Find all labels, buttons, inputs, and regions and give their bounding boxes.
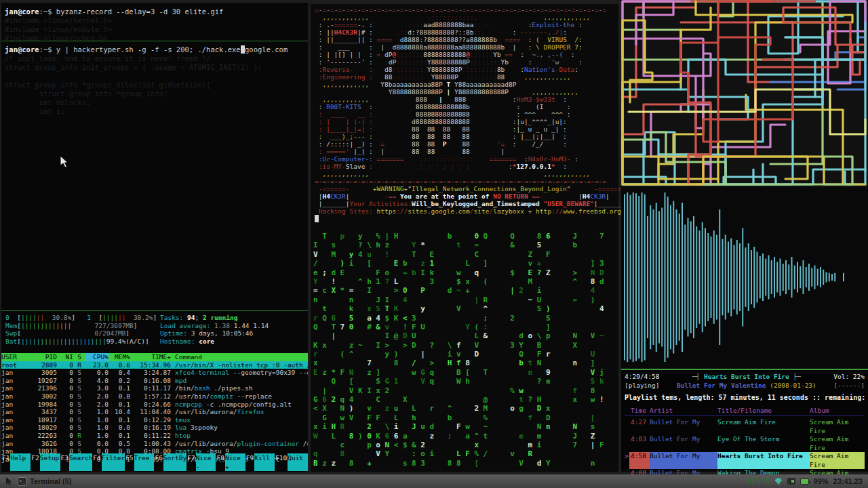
htop-col-ni[interactable]: NI bbox=[57, 353, 73, 361]
htop-info: Tasks: 94; 2 runningLoad average: 1.38 1… bbox=[160, 314, 269, 345]
text-line: : ____ __ : 88888888888888 : ^^^ ^^^ : bbox=[315, 110, 614, 118]
htop-row[interactable]: jan36260S0.00.51:00.43/usr/lib/aurora/pl… bbox=[1, 440, 308, 448]
fkey-F3[interactable]: F3 bbox=[60, 453, 69, 471]
clock: 23:41.23 bbox=[833, 477, 863, 485]
htop-col-cpu[interactable]: CPU% bbox=[85, 353, 108, 361]
htop-col-pid[interactable]: PID bbox=[26, 353, 57, 361]
terminal-pane-hackertyper[interactable]: jan@core:~$ y | hackertyper.sh -g -f -s … bbox=[1, 41, 308, 310]
terminal-pane-record[interactable]: jan@core:~$ byzanz-record --delay=3 -d 3… bbox=[1, 3, 308, 41]
pipes-screensaver-pane[interactable] bbox=[621, 0, 868, 187]
htop-fkey-bar: F1HelpF2SetupF3SearchF4FilterF5TreeF6Sor… bbox=[1, 453, 308, 471]
cmatrix-pane[interactable]: T p y %|H b 0Q Q 86 J 7 I s ?\hz Y* t = … bbox=[311, 229, 618, 470]
htop-pane[interactable]: 0 [|||||| 30.8%] 1 [|||||| 30.2%]Mem[|||… bbox=[1, 310, 308, 472]
terminal-window-middle[interactable]: =-=-=-=-=-=-=-=-=-=-=-=-=-=-=-=-=-=-=-=-… bbox=[311, 4, 618, 472]
htop-row[interactable]: jan192670S4.00.20:16.08mpd bbox=[1, 377, 308, 385]
playlist-row[interactable]: 4:27Bullet For MyScream Aim FireScream A… bbox=[625, 418, 865, 435]
fkey-F1[interactable]: F1 bbox=[1, 453, 10, 471]
htop-row[interactable]: jan30020S2.00.81:57.12/usr/bin/compiz --… bbox=[1, 392, 308, 401]
htop-col-command[interactable]: Command bbox=[171, 353, 308, 361]
text-line: struct group_info init_groups = { .usage… bbox=[5, 63, 304, 72]
fkey-label-F8[interactable]: Nice + bbox=[225, 453, 245, 471]
htop-col-user[interactable]: USER bbox=[1, 353, 26, 361]
text-line: :is-MY-Slave : : : : : : : : : : :*127.0… bbox=[315, 163, 614, 170]
taskbar-terminal-button[interactable]: >_ Terminal (5) bbox=[18, 477, 72, 486]
fkey-label-F10[interactable]: Quit bbox=[288, 453, 308, 471]
fkey-label-F9[interactable]: Kill bbox=[254, 453, 275, 471]
text-line: Hacking Sites: https://sites.google.com/… bbox=[315, 207, 614, 215]
title-decoration-left: ─┤ bbox=[692, 373, 700, 380]
htop-header-row[interactable]: USERPIDNISCPU%MEM%TIME+Command bbox=[1, 353, 308, 361]
fkey-F6[interactable]: F6 bbox=[154, 453, 163, 471]
track-elapsed-time: 4:29/4:58 bbox=[625, 372, 659, 381]
volume-tray-icon[interactable] bbox=[787, 478, 795, 485]
htop-col-s[interactable]: S bbox=[73, 353, 85, 361]
fkey-F10[interactable]: F10 bbox=[275, 453, 288, 471]
art-border: =-=-=-=-=-=-=-=-=-=-=-=-=-=-=-=-=-=-=-=-… bbox=[315, 178, 614, 185]
playlist-row[interactable]: 4:03Bullet For MyEye Of The StormScream … bbox=[625, 435, 865, 452]
matrix-line: G62q4 C X @ t?H x w! bbox=[313, 395, 617, 404]
fkey-label-F6[interactable]: SortBy bbox=[163, 453, 186, 471]
htop-row[interactable]: jan34370S1.010.411:04.40/usr/lib/aurora/… bbox=[1, 408, 308, 416]
htop-row[interactable]: jan189170S1.00.10:12.29tmux bbox=[1, 416, 308, 424]
hacker-ascii-art-pane[interactable]: =-=-=-=-=-=-=-=-=-=-=-=-=-=-=-=-=-=-=-=-… bbox=[311, 4, 618, 229]
pointer-menu-icon[interactable] bbox=[4, 476, 14, 486]
audio-visualizer-pane[interactable] bbox=[621, 187, 868, 370]
fkey-F2[interactable]: F2 bbox=[31, 453, 39, 471]
fkey-label-F1[interactable]: Help bbox=[10, 453, 31, 471]
volume-label: Vol: 22% bbox=[833, 372, 865, 381]
htop-col-mem[interactable]: MEM% bbox=[108, 353, 130, 361]
matrix-line: e;dE Fo =bIk w q $ E?Z > ND bbox=[313, 268, 617, 277]
battery-icon[interactable] bbox=[800, 479, 809, 485]
matrix-line: Q [ SG1 Vq Wh ?e Sk bbox=[313, 377, 617, 386]
text-line: Hostname: core bbox=[160, 338, 269, 346]
fkey-F5[interactable]: F5 bbox=[125, 453, 134, 471]
matrix-line: G wV FF L h b % f D [ bbox=[313, 413, 617, 422]
text-line: struct group_info *group_info; bbox=[5, 89, 304, 98]
terminal-window-right[interactable]: 4:29/4:58 ─┤ Hearts Burst Into Fire ├─ V… bbox=[621, 0, 868, 472]
text-line: struct group_info *groups_alloc(int gids… bbox=[5, 81, 304, 89]
htop-row[interactable]: jan213960S3.00.10:11.17/bin/bash ./pipes… bbox=[1, 384, 308, 392]
text-line: 0 [|||||| 30.8%] 1 [|||||| 30.2%] bbox=[5, 314, 157, 322]
fkey-F4[interactable]: F4 bbox=[92, 453, 101, 471]
matrix-line: | VKIx2 %w f 8 bbox=[313, 386, 617, 395]
fkey-label-F7[interactable]: Nice - bbox=[196, 453, 216, 471]
fkey-F7[interactable]: F7 bbox=[186, 453, 195, 471]
text-line: #include <linux/module.h> bbox=[5, 25, 304, 34]
fkey-F9[interactable]: F9 bbox=[245, 453, 254, 471]
htop-row[interactable]: jan222630R1.00.10:11.22htop bbox=[1, 432, 308, 440]
matrix-line: V M y4u ! T E C Z F bbox=[313, 250, 617, 259]
volume-meter: [------] bbox=[833, 381, 865, 390]
htop-row[interactable]: jan30050S0.00.43:24.87xfce4-terminal --g… bbox=[1, 369, 308, 377]
text-line: : ___ : | d8888888a8888888aa8888888888b … bbox=[315, 43, 614, 51]
text-line: : | |[] | | : = dP@:::::::88888888888@::… bbox=[315, 51, 614, 58]
fkey-label-F4[interactable]: Filter bbox=[102, 453, 125, 471]
gem-tray-icon[interactable] bbox=[775, 478, 783, 485]
text-line: Load average: 1.38 1.44 1.14 bbox=[160, 322, 269, 330]
htop-row[interactable]: jan180290S1.00.00:16.19lua 3spooky bbox=[1, 424, 308, 432]
col-album: Album bbox=[810, 406, 865, 415]
playlist-column-headers: Time Artist Title/Filename Album bbox=[625, 406, 865, 416]
htop-row[interactable]: root28890R23.00.615:34.96/usr/bin/X -nol… bbox=[1, 361, 308, 369]
htop-col-time[interactable]: TIME+ bbox=[130, 353, 171, 361]
text-line: : ||______|| : ==== :d8888:?88888888??a8… bbox=[315, 36, 614, 43]
matrix-line: xiHR 2 \i Jud Fw ~ Nn N s bbox=[313, 422, 617, 431]
matrix-line: Y ! ^h1?L 3 $x ( M ^ 8d bbox=[313, 277, 617, 286]
player-state: [playing] bbox=[625, 381, 659, 390]
playlist-status-line: Playlist tems, length: 57 minutes, 11 se… bbox=[625, 393, 865, 403]
htop-row[interactable]: jan199840S2.00.10:24.66ncmpcpp -c .ncmpc… bbox=[1, 401, 308, 409]
title-decoration-right: ├─ bbox=[793, 373, 801, 380]
now-playing-artist: Bullet For My Valentine bbox=[677, 382, 770, 389]
fkey-label-F5[interactable]: Tree bbox=[134, 453, 155, 471]
art-border: =-=-=-=-=-=-=-=-=-=-=-=-=-=-=-=-=-=-=-=-… bbox=[315, 6, 614, 14]
text-line: -======- +WARNING+"Illegal_Network_Conne… bbox=[315, 185, 614, 192]
fkey-label-F2[interactable]: Setup bbox=[40, 453, 60, 471]
terminal-window-left[interactable]: jan@core:~$ byzanz-record --delay=3 -d 3… bbox=[1, 3, 308, 472]
text-line: /* init_task, one to ensure it is never … bbox=[5, 54, 304, 63]
text-line: Tasks: 94; 2 running bbox=[160, 314, 269, 322]
ncmpcpp-player-pane[interactable]: 4:29/4:58 ─┤ Hearts Burst Into Fire ├─ V… bbox=[621, 370, 868, 470]
fkey-F8[interactable]: F8 bbox=[216, 453, 224, 471]
fkey-label-F3[interactable]: Search bbox=[69, 453, 92, 471]
text-line: jan@core:~$ byzanz-record --delay=3 -d 3… bbox=[5, 7, 304, 16]
text-line bbox=[5, 72, 304, 81]
playlist-row[interactable]: >4:58Bullet For MyHearts Burst Into Fire… bbox=[625, 452, 865, 469]
